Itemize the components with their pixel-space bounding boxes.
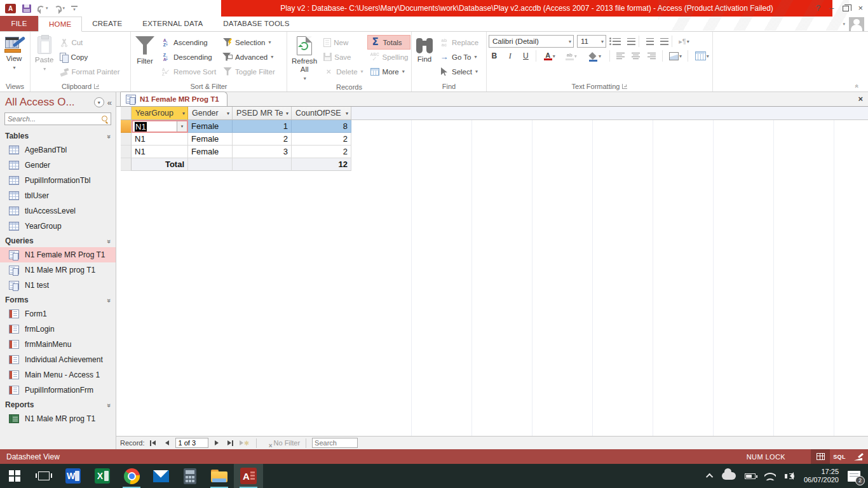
record-position[interactable]: 1 of 3 [175,438,208,448]
cell[interactable]: 2 [292,146,351,158]
record-selector[interactable] [121,158,132,171]
nav-item-query-selected[interactable]: N1 Female MR Prog T1 [0,247,116,262]
nav-item-table[interactable]: AgeBandTbl [0,142,116,158]
column-header-yeargroup[interactable]: YearGroup▾ [132,107,188,120]
underline-button[interactable]: U [520,50,532,62]
cut-button[interactable]: Cut [57,35,122,50]
undo-button[interactable]: ▾ [37,6,48,11]
nav-item-form[interactable]: frmLogin [0,322,116,337]
copy-button[interactable]: Copy [57,50,122,64]
help-button[interactable]: ? [816,0,820,17]
decrease-indent-button[interactable] [639,36,654,47]
nav-item-query[interactable]: N1 test [0,278,116,293]
cell[interactable]: Female [188,146,233,158]
font-name-combo[interactable]: Calibri (Detail)▾ [489,35,574,48]
highlight-color-button[interactable]: ab▾ [562,50,581,62]
taskbar-excel[interactable]: X [88,464,117,488]
section-queries[interactable]: Queries» [0,234,116,247]
section-reports[interactable]: Reports» [0,398,116,411]
totals-button[interactable]: ΣTotals [367,35,411,50]
wifi-icon[interactable] [764,472,776,480]
cell[interactable]: Female [188,133,233,146]
record-selector[interactable] [121,146,132,158]
nav-item-form[interactable]: frmMainMenu [0,337,116,352]
refresh-all-button[interactable]: Refresh All▾ [289,34,320,83]
collapse-ribbon-button[interactable]: « [854,85,861,88]
more-button[interactable]: More▾ [367,64,411,79]
onedrive-icon[interactable] [722,472,736,480]
select-all-corner[interactable] [121,107,132,120]
design-view-button[interactable] [849,449,868,464]
section-forms[interactable]: Forms» [0,293,116,306]
column-header-countofpse[interactable]: CountOfPSE▾ [292,107,351,120]
filter-button[interactable]: Filter [133,34,157,81]
goto-button[interactable]: →Go To▾ [437,50,481,64]
nav-item-table[interactable]: tluAccessLevel [0,203,116,219]
text-formatting-dialog-launcher[interactable] [622,84,627,89]
tab-file[interactable]: FILE [0,16,38,31]
text-direction-button[interactable]: ▸¶ ▾ [672,36,691,47]
remove-sort-button[interactable]: AZ↙Remove Sort [158,64,219,79]
filter-arrow-icon[interactable]: ▾ [182,111,185,116]
background-color-button[interactable]: ▾ [585,50,606,62]
align-left-button[interactable] [609,50,626,62]
spelling-button[interactable]: ABC✓Spelling [367,50,411,64]
datasheet-view-button[interactable] [811,449,830,464]
task-view-button[interactable] [29,464,58,488]
volume-icon[interactable] [785,472,795,480]
taskbar-mail[interactable] [146,464,175,488]
align-right-button[interactable] [646,50,658,62]
delete-record-button[interactable]: ×Delete▾ [321,64,365,79]
taskbar-access[interactable]: A [234,464,263,488]
no-filter-button[interactable]: No Filter [262,439,301,447]
column-header-gender[interactable]: Gender▾ [188,107,233,120]
tab-home[interactable]: HOME [38,17,82,32]
new-record-button[interactable]: New [321,35,365,50]
tab-external-data[interactable]: EXTERNAL DATA [132,16,213,31]
filter-arrow-icon[interactable]: ▾ [227,111,229,116]
cell[interactable]: 2 [233,133,292,146]
font-size-combo[interactable]: 11▾ [577,35,606,48]
nav-item-table[interactable]: YearGroup [0,219,116,234]
cell[interactable]: 2 [292,133,351,146]
cell[interactable]: Female [188,120,233,133]
save-button[interactable] [22,4,31,13]
view-button[interactable]: View▾ [2,34,26,81]
descending-button[interactable]: ZA↓Descending [158,50,219,64]
advanced-button[interactable]: …Advanced▾ [220,50,278,64]
customize-qat-button[interactable]: ▾ [71,6,78,11]
nav-search-input[interactable] [5,115,101,123]
column-header-psed[interactable]: PSED MR Te▾ [233,107,292,120]
bullets-button[interactable] [609,36,621,47]
chevron-down-icon[interactable]: ▾ [843,22,845,27]
tab-create[interactable]: CREATE [82,16,132,31]
record-selector[interactable] [121,133,132,146]
taskbar-word[interactable]: W [58,464,88,488]
increase-indent-button[interactable] [657,36,668,47]
total-value-cell[interactable]: 12 [292,158,351,171]
taskbar-file-explorer[interactable] [205,464,234,488]
cell[interactable]: N1 [132,133,188,146]
first-record-button[interactable] [147,438,159,449]
replace-button[interactable]: abacReplace [437,35,481,50]
taskbar-calculator[interactable] [175,464,205,488]
sql-view-button[interactable]: SQL [830,449,849,464]
nav-item-table[interactable]: tblUser [0,188,116,203]
filter-arrow-icon[interactable]: ▾ [286,111,288,116]
close-object-button[interactable]: × [858,94,863,104]
italic-button[interactable]: I [505,50,516,62]
tray-expand-icon[interactable] [706,473,713,480]
section-tables[interactable]: Tables» [0,129,116,142]
format-painter-button[interactable]: Format Painter [57,64,122,79]
start-button[interactable] [0,464,29,488]
battery-icon[interactable] [745,473,756,479]
selection-button[interactable]: Selection▾ [220,35,278,50]
new-record-nav-button[interactable]: ✱ [239,438,250,449]
combo-dropdown-button[interactable]: ▾ [177,121,187,132]
previous-record-button[interactable] [161,438,173,449]
nav-item-table[interactable]: Gender [0,158,116,173]
cell[interactable] [233,158,292,171]
action-center-icon[interactable]: 2 [848,471,860,482]
align-center-button[interactable] [630,50,642,62]
ascending-button[interactable]: AZ↓Ascending [158,35,219,50]
